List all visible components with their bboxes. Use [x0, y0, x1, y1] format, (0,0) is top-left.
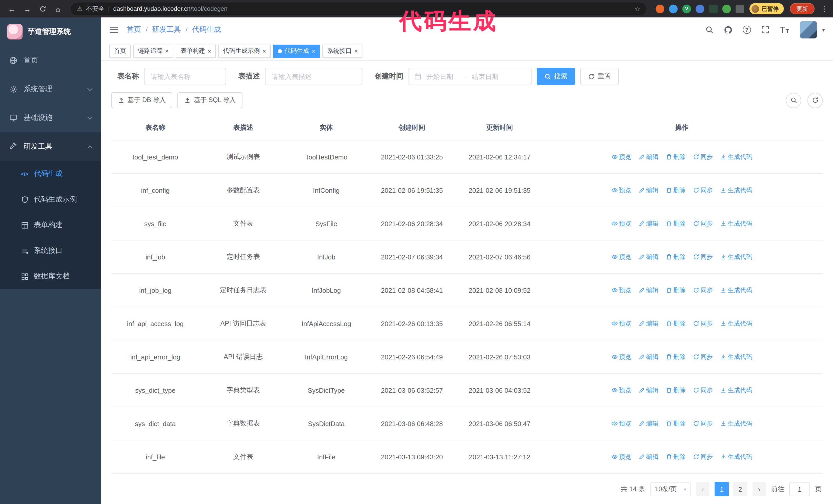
- toggle-search-button[interactable]: [786, 93, 801, 108]
- tab[interactable]: 首页: [109, 44, 131, 58]
- next-page-button[interactable]: ›: [753, 482, 766, 496]
- extension-fox-icon[interactable]: [656, 4, 664, 13]
- edit-link[interactable]: 编辑: [639, 353, 659, 361]
- sidebar-item-infra[interactable]: 基础设施: [0, 103, 101, 132]
- sidebar-subitem-form-builder[interactable]: 表单构建: [0, 212, 101, 238]
- reset-button[interactable]: 重置: [580, 68, 619, 85]
- table-name-input[interactable]: [144, 68, 226, 85]
- browser-update-button[interactable]: 更新: [790, 3, 814, 14]
- goto-page-input[interactable]: [789, 482, 810, 496]
- sync-link[interactable]: 同步: [693, 453, 713, 461]
- tab-close-icon[interactable]: ×: [312, 48, 315, 54]
- edit-link[interactable]: 编辑: [639, 219, 659, 228]
- preview-link[interactable]: 预览: [611, 186, 631, 195]
- delete-link[interactable]: 删除: [666, 453, 686, 461]
- preview-link[interactable]: 预览: [611, 253, 631, 261]
- header-search-button[interactable]: [705, 26, 714, 34]
- extension-drop-icon[interactable]: [669, 4, 678, 13]
- table-desc-input[interactable]: [265, 68, 362, 85]
- generate-code-link[interactable]: 生成代码: [720, 319, 752, 328]
- delete-link[interactable]: 删除: [666, 419, 686, 428]
- search-button[interactable]: 搜索: [537, 68, 575, 85]
- tab[interactable]: 代码生成示例 ×: [218, 44, 271, 58]
- generate-code-link[interactable]: 生成代码: [720, 286, 752, 294]
- delete-link[interactable]: 删除: [666, 319, 686, 328]
- tab[interactable]: 表单构建 ×: [176, 44, 216, 58]
- generate-code-link[interactable]: 生成代码: [720, 186, 752, 195]
- generate-code-link[interactable]: 生成代码: [720, 386, 752, 394]
- bookmark-star-icon[interactable]: ☆: [634, 5, 640, 13]
- sidebar-logo[interactable]: 芋道管理系统: [0, 18, 101, 46]
- edit-link[interactable]: 编辑: [639, 253, 659, 261]
- preview-link[interactable]: 预览: [611, 419, 631, 428]
- delete-link[interactable]: 删除: [666, 152, 686, 161]
- import-sql-button[interactable]: 基于 SQL 导入: [177, 92, 242, 108]
- help-button[interactable]: ?: [743, 26, 751, 34]
- extension-v-icon[interactable]: V: [682, 4, 691, 13]
- preview-link[interactable]: 预览: [611, 386, 631, 394]
- edit-link[interactable]: 编辑: [639, 319, 659, 328]
- sync-link[interactable]: 同步: [693, 419, 713, 428]
- sync-link[interactable]: 同步: [693, 219, 713, 228]
- tab[interactable]: 代码生成 ×: [273, 44, 320, 58]
- extension-leaf-icon[interactable]: [722, 4, 731, 13]
- font-size-button[interactable]: [780, 26, 789, 33]
- delete-link[interactable]: 删除: [666, 386, 686, 394]
- sync-link[interactable]: 同步: [693, 152, 713, 161]
- delete-link[interactable]: 删除: [666, 353, 686, 361]
- generate-code-link[interactable]: 生成代码: [720, 152, 752, 161]
- sidebar-subitem-codegen[interactable]: </> 代码生成: [0, 161, 101, 187]
- sidebar-item-system[interactable]: 系统管理: [0, 75, 101, 103]
- fullscreen-button[interactable]: [761, 26, 769, 34]
- avatar-caret-icon[interactable]: ▾: [822, 27, 825, 32]
- browser-reload-button[interactable]: [36, 2, 49, 16]
- edit-link[interactable]: 编辑: [639, 453, 659, 461]
- sidebar-item-home[interactable]: 首页: [0, 46, 101, 75]
- sidebar-subitem-db-doc[interactable]: 数据库文档: [0, 264, 101, 289]
- extension-terminal-icon[interactable]: [709, 4, 718, 13]
- sync-link[interactable]: 同步: [693, 353, 713, 361]
- browser-forward-button[interactable]: →: [21, 2, 34, 16]
- breadcrumb-home[interactable]: 首页: [127, 25, 141, 34]
- edit-link[interactable]: 编辑: [639, 419, 659, 428]
- preview-link[interactable]: 预览: [611, 152, 631, 161]
- delete-link[interactable]: 删除: [666, 186, 686, 195]
- delete-link[interactable]: 删除: [666, 253, 686, 261]
- user-avatar[interactable]: [800, 21, 817, 39]
- generate-code-link[interactable]: 生成代码: [720, 353, 752, 361]
- prev-page-button[interactable]: ‹: [696, 482, 710, 496]
- preview-link[interactable]: 预览: [611, 286, 631, 294]
- browser-home-button[interactable]: ⌂: [51, 2, 65, 16]
- address-bar[interactable]: ⚠ 不安全 | dashboard.yudao.iocoder.cn/tool/…: [71, 2, 646, 15]
- sync-link[interactable]: 同步: [693, 286, 713, 294]
- sidebar-subitem-codegen-example[interactable]: 代码生成示例: [0, 187, 101, 212]
- security-label[interactable]: 不安全: [86, 4, 104, 13]
- generate-code-link[interactable]: 生成代码: [720, 253, 752, 261]
- sync-link[interactable]: 同步: [693, 386, 713, 394]
- date-range-picker[interactable]: -: [408, 68, 531, 85]
- github-button[interactable]: [724, 25, 733, 34]
- browser-back-button[interactable]: ←: [5, 2, 19, 16]
- page-button[interactable]: 2: [733, 482, 747, 496]
- tab-close-icon[interactable]: ×: [165, 48, 169, 54]
- page-button[interactable]: 1: [715, 482, 729, 496]
- tab-close-icon[interactable]: ×: [262, 48, 266, 54]
- start-date-input[interactable]: [426, 72, 460, 81]
- edit-link[interactable]: 编辑: [639, 386, 659, 394]
- preview-link[interactable]: 预览: [611, 353, 631, 361]
- edit-link[interactable]: 编辑: [639, 186, 659, 195]
- preview-link[interactable]: 预览: [611, 219, 631, 228]
- tab[interactable]: 链路追踪 ×: [133, 44, 173, 58]
- delete-link[interactable]: 删除: [666, 286, 686, 294]
- profile-paused-badge[interactable]: 已暂停: [749, 3, 784, 14]
- sync-link[interactable]: 同步: [693, 186, 713, 195]
- sync-link[interactable]: 同步: [693, 253, 713, 261]
- sidebar-item-devtools[interactable]: 研发工具: [0, 132, 101, 161]
- generate-code-link[interactable]: 生成代码: [720, 453, 752, 461]
- refresh-table-button[interactable]: [807, 93, 823, 108]
- page-size-select[interactable]: 10条/页 ▾: [650, 482, 691, 496]
- puzzle-icon[interactable]: [736, 4, 744, 13]
- sidebar-toggle-button[interactable]: [109, 26, 118, 34]
- end-date-input[interactable]: [471, 72, 506, 81]
- extension-users-icon[interactable]: [696, 4, 704, 13]
